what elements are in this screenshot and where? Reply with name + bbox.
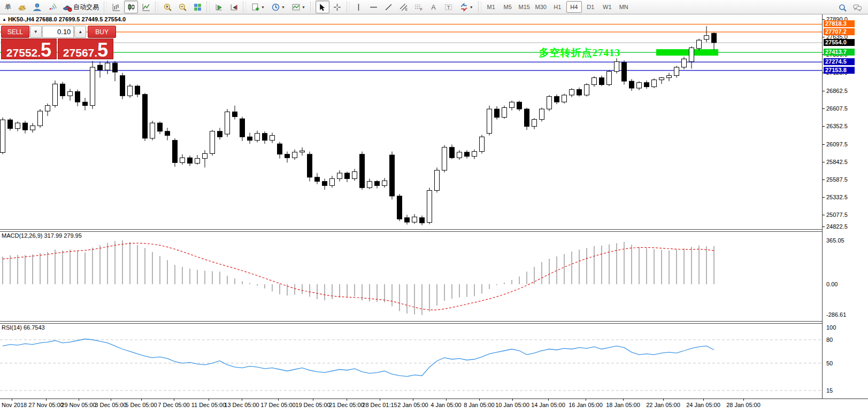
search-icon bbox=[838, 3, 847, 12]
one-click-trading-panel: SELL ▼ 0.10 ▲ BUY 27552.5 27567.5 bbox=[1, 26, 116, 59]
timeframe-H4[interactable]: H4 bbox=[566, 1, 582, 13]
time-tick-label: 7 Dec 05:00 bbox=[158, 402, 189, 408]
rsi-label: RSI(14) 66.7543 bbox=[2, 324, 45, 331]
periods-button[interactable]: ▼ bbox=[268, 1, 288, 13]
timeframe-M30[interactable]: M30 bbox=[533, 1, 549, 13]
bar-chart-button[interactable] bbox=[109, 1, 123, 13]
crosshair-icon bbox=[333, 3, 342, 12]
chart-shift-button[interactable] bbox=[227, 1, 241, 13]
fibonacci-button[interactable]: F bbox=[412, 1, 426, 13]
equidistant-channel-button[interactable]: E bbox=[397, 1, 411, 13]
zoom-in-button[interactable] bbox=[160, 1, 174, 13]
horizontal-line-button[interactable] bbox=[367, 1, 381, 13]
time-tick-mark bbox=[79, 399, 79, 401]
price-tick-mark bbox=[823, 126, 825, 127]
price-axis[interactable]: 27890.027635.027380.027125.026862.526607… bbox=[823, 14, 868, 399]
price-level-badge: 27707.2 bbox=[824, 28, 855, 35]
time-tick-mark bbox=[623, 399, 624, 401]
price-tick-mark bbox=[823, 179, 825, 180]
time-tick-mark bbox=[313, 399, 313, 401]
time-tick-label: 28 Jan 05:00 bbox=[726, 402, 761, 408]
signal-button[interactable] bbox=[45, 1, 59, 13]
chart-area: ▲HK50-,H4 27688.0 27699.5 27449.5 27554.… bbox=[0, 14, 868, 414]
arrows-button[interactable]: ▼ bbox=[457, 1, 476, 13]
sell-price-display[interactable]: 27552.5 bbox=[1, 38, 57, 59]
new-chart-button[interactable]: ▼ bbox=[248, 1, 267, 13]
clock-icon bbox=[271, 3, 280, 12]
time-tick-label: 27 Nov 05:00 bbox=[28, 402, 63, 408]
chevron-down-icon: ▼ bbox=[470, 5, 473, 9]
time-tick-mark bbox=[12, 399, 12, 401]
price-tick-mark bbox=[823, 108, 825, 109]
time-tick-label: 21 Dec 05:00 bbox=[329, 402, 364, 408]
timeframe-D1[interactable]: D1 bbox=[583, 1, 598, 13]
time-tick-mark bbox=[512, 399, 513, 401]
svg-text:E: E bbox=[405, 7, 408, 11]
horizontal-line-icon bbox=[369, 3, 378, 12]
trend-line-button[interactable] bbox=[382, 1, 396, 13]
price-tick-mark bbox=[823, 144, 825, 145]
svg-text:F: F bbox=[420, 7, 423, 11]
toolbar: 单 自动交易 bbox=[0, 0, 868, 14]
chart-annotation-text[interactable]: 多空转折点27413 bbox=[539, 46, 620, 60]
cursor-button[interactable] bbox=[316, 1, 329, 13]
price-tick-label: 24822.5 bbox=[826, 223, 848, 230]
chat-button[interactable] bbox=[850, 1, 864, 14]
zoom-out-button[interactable] bbox=[175, 1, 189, 13]
toolbar-separator bbox=[155, 2, 158, 12]
toolbar-separator bbox=[104, 2, 107, 12]
time-tick-mark bbox=[743, 399, 744, 401]
price-tick-mark bbox=[823, 37, 825, 37]
volume-decrease-button[interactable]: ▼ bbox=[30, 26, 42, 38]
pane-separator-main-macd[interactable] bbox=[0, 229, 822, 232]
price-tick-label: 25587.5 bbox=[826, 176, 848, 183]
mt4-window: 单 自动交易 bbox=[0, 0, 868, 414]
volume-increase-button[interactable]: ▲ bbox=[74, 26, 86, 38]
contacts-button[interactable] bbox=[30, 1, 44, 13]
templates-button[interactable]: ▼ bbox=[289, 1, 308, 13]
buy-price-display[interactable]: 27567.5 bbox=[58, 38, 113, 59]
text-button[interactable]: A bbox=[427, 1, 441, 13]
templates-icon bbox=[291, 3, 301, 12]
svg-text:T: T bbox=[447, 4, 450, 10]
candlestick-chart-icon bbox=[127, 3, 136, 12]
time-tick-label: 5 Dec 05:00 bbox=[125, 402, 157, 408]
zoom-out-icon bbox=[178, 3, 187, 12]
time-tick-mark bbox=[446, 399, 447, 401]
sell-button[interactable]: SELL bbox=[1, 26, 29, 38]
toolbar-separator bbox=[206, 2, 210, 12]
timeframe-M1[interactable]: M1 bbox=[483, 1, 499, 13]
search-button[interactable] bbox=[835, 1, 849, 14]
price-tick-label: 26607.5 bbox=[826, 105, 848, 112]
crosshair-button[interactable] bbox=[331, 1, 344, 13]
price-tick-label: 26352.5 bbox=[826, 123, 848, 129]
zoom-in-icon bbox=[163, 3, 172, 12]
vertical-line-icon bbox=[354, 3, 363, 12]
price-level-badge: 27413.7 bbox=[824, 49, 855, 56]
buy-button[interactable]: BUY bbox=[88, 26, 116, 38]
line-chart-icon bbox=[142, 3, 151, 12]
time-tick-label: 17 Dec 05:00 bbox=[260, 402, 295, 408]
time-tick-mark bbox=[380, 399, 380, 401]
text-label-icon: T bbox=[444, 3, 453, 12]
timeframe-M15[interactable]: M15 bbox=[517, 1, 532, 13]
pane-separator-macd-rsi[interactable] bbox=[0, 321, 822, 324]
gold-icon[interactable] bbox=[15, 1, 29, 13]
timeframe-H1[interactable]: H1 bbox=[550, 1, 565, 13]
text-label-button[interactable]: T bbox=[442, 1, 456, 13]
new-order-button[interactable]: 单 bbox=[1, 1, 14, 13]
auto-trading-button[interactable]: 自动交易 bbox=[60, 1, 102, 13]
price-tick-mark bbox=[823, 162, 825, 162]
timeframe-M5[interactable]: M5 bbox=[500, 1, 516, 13]
candlestick-chart-button[interactable] bbox=[124, 1, 138, 13]
toolbar-separator bbox=[310, 2, 313, 12]
timeframe-W1[interactable]: W1 bbox=[600, 1, 615, 13]
auto-scroll-button[interactable] bbox=[212, 1, 226, 13]
chart-shift-icon bbox=[229, 3, 239, 12]
volume-field[interactable]: 0.10 bbox=[42, 26, 74, 38]
line-chart-button[interactable] bbox=[139, 1, 153, 13]
vertical-line-button[interactable] bbox=[352, 1, 366, 13]
timeframe-MN[interactable]: MN bbox=[616, 1, 632, 13]
tile-windows-button[interactable] bbox=[190, 1, 204, 13]
price-tick-label: 25077.5 bbox=[826, 212, 848, 218]
